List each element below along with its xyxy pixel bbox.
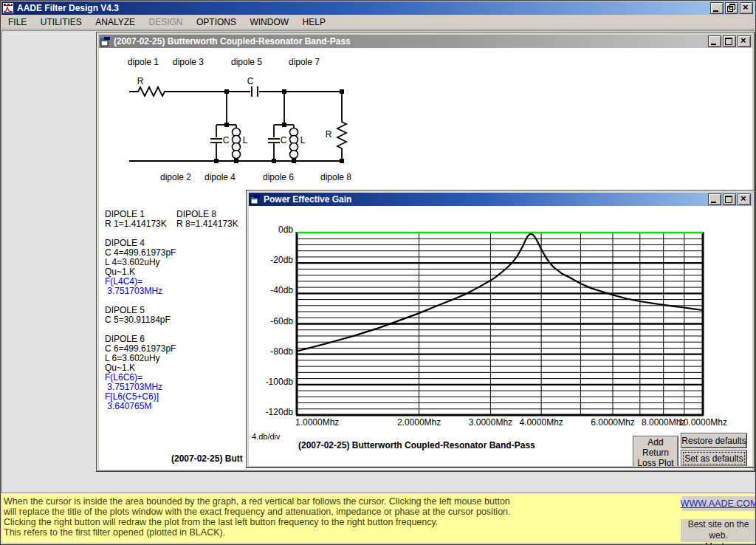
junction-node: [292, 159, 296, 163]
junction-node: [214, 159, 219, 163]
dipole-1-label: dipole 1: [128, 57, 159, 67]
result-line: L 4=3.602uHy: [105, 257, 193, 267]
tagline-line-2: Maybe: [681, 541, 756, 545]
minimize-icon: [711, 44, 716, 45]
load-resistor-label: R: [326, 129, 332, 140]
menu-utilities[interactable]: UTILITIES: [35, 15, 87, 30]
maximize-icon: [725, 196, 732, 203]
tagline-line-1: Best site on the web.: [681, 519, 756, 541]
restore-button[interactable]: [725, 2, 738, 14]
db-per-div-label: 4.db/div: [252, 432, 281, 441]
set-as-defaults-button[interactable]: Set as defaults: [681, 450, 747, 466]
main-window: AADE Filter Design V4.3 FILE UTILITIES A…: [0, 0, 756, 545]
x-tick-label: 10.0000Mhz: [678, 417, 727, 427]
dipole-2-label: dipole 2: [160, 172, 191, 182]
y-tick-label: -20db: [270, 255, 293, 265]
menu-help[interactable]: HELP: [298, 15, 331, 30]
dipole-results-column-1: DIPOLE 1 R 1=1.414173K DIPOLE 4 C 4=499.…: [105, 209, 193, 420]
minimize-icon: [713, 10, 718, 12]
menu-options[interactable]: OPTIONS: [191, 15, 241, 30]
coupling-capacitor-label: C: [247, 76, 254, 86]
x-tick-label: 6.0000Mhz: [591, 417, 634, 427]
schematic-window-titlebar[interactable]: (2007-02-25) Butterworth Coupled-Resonat…: [99, 35, 752, 48]
info-panel: When the cursor is inside the area bound…: [1, 493, 755, 543]
load-resistor: [337, 92, 346, 161]
aade-link-box: WWW.AADE.COM: [682, 496, 756, 511]
result-line: DIPOLE 4: [105, 238, 193, 247]
result-line: 3.640765M: [105, 401, 193, 411]
maximize-icon: [725, 38, 732, 45]
y-tick-label: -120db: [266, 407, 294, 417]
y-tick-label: -40db: [270, 285, 293, 295]
add-return-loss-plot-button[interactable]: Add Return Loss Plot: [633, 436, 678, 466]
main-titlebar[interactable]: AADE Filter Design V4.3: [1, 1, 755, 15]
menu-bar: FILE UTILITIES ANALYZE DESIGN OPTIONS WI…: [1, 15, 755, 30]
plots-window-icon: [100, 36, 111, 47]
minimize-icon: [711, 202, 716, 203]
tank1-inductor-label: L: [243, 135, 248, 145]
minimize-button[interactable]: [708, 35, 721, 47]
app-icon: [3, 3, 13, 13]
dipole-3-label: dipole 3: [173, 57, 204, 67]
junction-node: [234, 159, 238, 163]
menu-file[interactable]: FILE: [3, 15, 32, 30]
y-tick-label: 0db: [278, 224, 293, 235]
result-line: F(L4C4)=: [105, 276, 193, 286]
dipole-6-label: dipole 6: [263, 172, 294, 182]
result-line: C 5=30.91184pF: [105, 315, 193, 324]
result-line: 3.751703MHz: [105, 382, 193, 391]
gain-plot[interactable]: 0db-20db-40db-60db-80db-100db-120db1.000…: [252, 208, 752, 427]
y-tick-label: -80db: [270, 346, 293, 357]
result-line: C 6=499.61973pF: [105, 343, 193, 353]
restore-icon-back: [729, 4, 735, 10]
result-line: F[L6(C5+C6)]: [105, 391, 193, 401]
result-line: Qu~1.K: [105, 363, 193, 372]
y-tick-label: -60db: [270, 316, 293, 326]
info-line: will replace the title of the plots wind…: [1, 507, 755, 517]
junction-node: [282, 89, 286, 94]
x-tick-label: 2.0000Mhz: [397, 417, 441, 427]
plots-window-icon: [250, 194, 261, 205]
close-button[interactable]: [738, 193, 751, 205]
junction-node: [224, 123, 229, 127]
maximize-button[interactable]: [723, 193, 736, 205]
info-line: This refers to the first filter opened (…: [1, 527, 755, 538]
tank1-capacitor-label: C: [223, 135, 230, 145]
menu-design[interactable]: DESIGN: [144, 15, 188, 30]
plot-caption: (2007-02-25) Butterworth Coupled-Resonat…: [298, 440, 535, 450]
result-line: C 4=499.61973pF: [105, 247, 193, 257]
close-button[interactable]: [740, 2, 753, 14]
menu-window[interactable]: WINDOW: [244, 15, 294, 30]
aade-website-link[interactable]: WWW.AADE.COM: [681, 498, 756, 509]
plot-window-titlebar[interactable]: Power Effective Gain: [249, 193, 752, 206]
dipole-5-label: dipole 5: [231, 57, 262, 67]
info-line: Clicking the right button will redraw th…: [1, 517, 755, 527]
schematic-window-title: (2007-02-25) Butterworth Coupled-Resonat…: [114, 36, 707, 47]
schematic-caption-clipped: (2007-02-25) Butt: [171, 453, 243, 464]
x-tick-label: 4.0000Mhz: [519, 417, 563, 427]
dipole-8-label: dipole 8: [320, 172, 351, 182]
circuit-schematic: dipole 1 dipole 3 dipole 5 dipole 7 R C: [105, 55, 371, 188]
minimize-button[interactable]: [710, 2, 724, 14]
tagline: Best site on the web. Maybe: [681, 519, 756, 542]
plot-window-title: Power Effective Gain: [264, 194, 707, 205]
restore-defaults-button[interactable]: Restore defaults: [681, 433, 747, 448]
close-button[interactable]: [738, 35, 751, 47]
result-line: F(L6C6)=: [105, 372, 193, 382]
plot-window: Power Effective Gain 0db-20db-40db-60db-…: [246, 190, 755, 468]
maximize-button[interactable]: [723, 35, 736, 47]
junction-node: [340, 159, 344, 163]
result-line: DIPOLE 6: [105, 334, 193, 343]
minimize-button[interactable]: [708, 193, 721, 205]
info-line: When the cursor is inside the area bound…: [1, 496, 755, 507]
dipole-4-label: dipole 4: [205, 172, 236, 182]
tank2-coil-turn: [290, 151, 298, 159]
result-line: 3.751703MHz: [105, 286, 193, 295]
junction-node: [272, 159, 276, 163]
menu-analyze[interactable]: ANALYZE: [90, 15, 140, 30]
result-line: Qu~1.K: [105, 267, 193, 276]
result-line: DIPOLE 5: [105, 305, 193, 315]
junction-node: [340, 89, 344, 94]
tank2-inductor-label: L: [300, 135, 306, 145]
dipole-7-label: dipole 7: [289, 57, 320, 67]
